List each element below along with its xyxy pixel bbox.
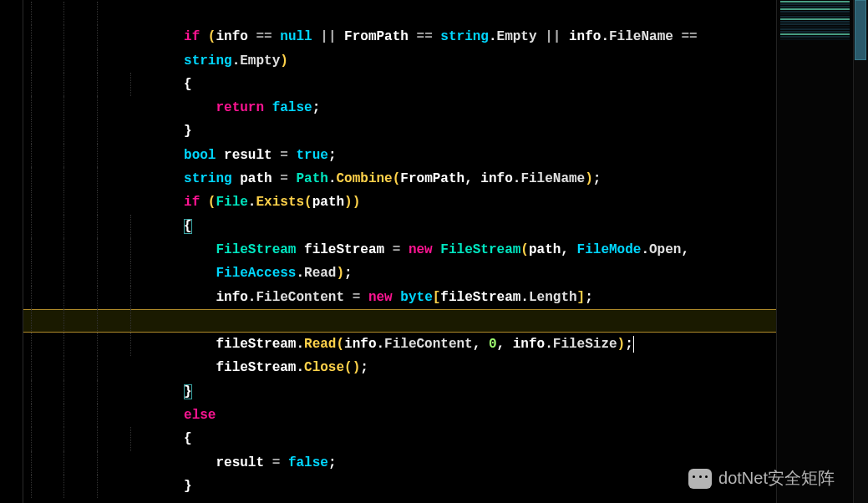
code-line: } bbox=[23, 356, 776, 379]
code-line: return false; bbox=[23, 73, 776, 96]
code-line: FileStream fileStream = new FileStream(p… bbox=[23, 215, 776, 238]
code-line: else bbox=[23, 380, 776, 404]
code-line: } bbox=[23, 451, 776, 475]
minimap[interactable] bbox=[776, 0, 853, 503]
code-editor[interactable]: if (info == null || FromPath == string.E… bbox=[0, 0, 868, 503]
code-line: bool result = true; bbox=[23, 119, 776, 143]
code-line: FileAccess.Read); bbox=[23, 238, 776, 262]
code-line: if (File.Exists(path)) bbox=[23, 167, 776, 191]
code-text-area[interactable]: if (info == null || FromPath == string.E… bbox=[23, 0, 776, 503]
code-line: { bbox=[23, 49, 776, 73]
code-line-current: fileStream.Read(info.FileContent, 0, inf… bbox=[23, 309, 776, 333]
code-line: { bbox=[23, 191, 776, 214]
code-line: } bbox=[23, 96, 776, 119]
code-line: return result; bbox=[23, 475, 776, 498]
code-line: if (info == null || FromPath == string.E… bbox=[23, 2, 776, 25]
code-line: string.Empty) bbox=[23, 25, 776, 48]
vertical-scrollbar[interactable] bbox=[853, 0, 868, 503]
code-line: { bbox=[23, 404, 776, 427]
code-line: fileStream.Close(); bbox=[23, 333, 776, 356]
code-line: string path = Path.Combine(FromPath, inf… bbox=[23, 144, 776, 167]
scrollbar-thumb[interactable] bbox=[855, 0, 866, 60]
code-line: info.FileSize = Convert.ToInt32(fileStre… bbox=[23, 286, 776, 309]
code-line: info.FileContent = new byte[fileStream.L… bbox=[23, 262, 776, 285]
line-number-gutter bbox=[0, 0, 23, 503]
code-line: result = false; bbox=[23, 427, 776, 450]
